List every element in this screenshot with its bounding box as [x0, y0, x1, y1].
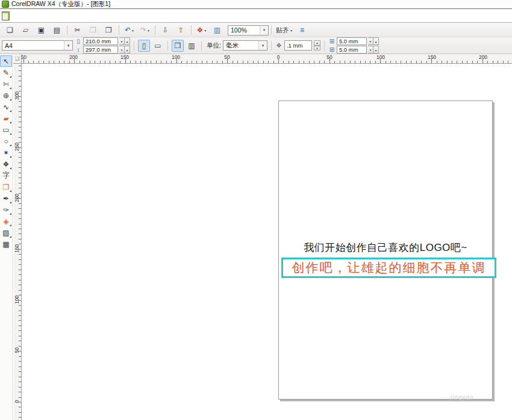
ruler-tick — [19, 259, 21, 260]
coreldraw-app-icon — [2, 1, 9, 8]
new-document-button[interactable]: ❏ — [2, 24, 17, 37]
ruler-tick — [115, 61, 116, 63]
copy-button[interactable]: ❐ — [86, 24, 101, 37]
ruler-tick — [136, 61, 136, 63]
cut-button[interactable]: ✂ — [70, 24, 85, 37]
vertical-ruler[interactable]: 300250200150100500 — [13, 64, 22, 420]
horizontal-ruler[interactable]: 25020015010050050100150200 — [22, 54, 512, 64]
ellipse-tool[interactable]: ○ — [0, 135, 12, 147]
interactive-fill-tool[interactable]: ▨ — [0, 227, 12, 238]
save-document-button[interactable]: ▣ — [34, 24, 49, 37]
smart-fill-tool[interactable]: ▰ — [0, 113, 12, 124]
application-launcher-icon: ❖ — [197, 26, 204, 34]
paper-width-field[interactable]: 210.0 mm — [83, 37, 118, 45]
zoom-level-combo[interactable]: 100%▾ — [228, 25, 269, 36]
ruler-tick — [243, 61, 243, 63]
ruler-tick — [19, 417, 21, 418]
paper-width-value: 210.0 mm — [86, 38, 111, 45]
current-page-layout-button[interactable]: ▥ — [186, 40, 198, 52]
fill-tool[interactable]: ◈ — [0, 215, 12, 227]
duplicate-distance-y-field[interactable]: 5.0 mm — [337, 46, 367, 54]
rectangle-tool-icon: ▭ — [2, 126, 9, 134]
freehand-tool[interactable]: ∿ — [0, 101, 12, 113]
ruler-tick — [19, 127, 21, 128]
rectangle-tool[interactable]: ▭ — [0, 124, 12, 135]
shape-tool[interactable]: ✎ — [0, 67, 12, 78]
open-document-button[interactable]: ▱ — [18, 24, 33, 37]
ruler-tick — [19, 264, 21, 265]
paper-height-spin-up[interactable]: ▴ — [125, 46, 130, 54]
paper-width-spin-down[interactable]: ▾ — [119, 37, 125, 45]
paper-height-field[interactable]: 297.0 mm — [83, 46, 118, 54]
ruler-tick — [19, 214, 21, 214]
dup-y-spin-down[interactable]: ▾ — [368, 46, 373, 54]
application-launcher-button[interactable]: ❖▾ — [194, 24, 209, 37]
landscape-button[interactable]: ▭ — [152, 40, 164, 52]
ruler-tick — [59, 61, 60, 63]
nudge-spin-down[interactable]: ▾ — [314, 46, 320, 51]
interactive-fill-tool-icon: ▨ — [2, 229, 9, 237]
nudge-offset-field[interactable]: .1 mm — [284, 40, 312, 51]
options-button[interactable]: ≡ — [295, 24, 310, 37]
ruler-tick — [19, 412, 21, 413]
dup-y-spin-up[interactable]: ▴ — [373, 46, 379, 54]
dup-x-spin-down[interactable]: ▾ — [368, 37, 373, 45]
ruler-tick — [19, 315, 21, 316]
canvas-area[interactable]: 我们开始创作自己喜欢的LOGO吧~ 创作吧，让雄起的细胞不再单调 jingyan — [22, 64, 512, 420]
ruler-tick — [146, 61, 146, 63]
paper-width-spin-up[interactable]: ▴ — [125, 37, 130, 45]
ruler-tick — [130, 61, 131, 63]
text-tool[interactable]: 字 — [0, 170, 12, 181]
outline-tool[interactable]: ✑ — [0, 204, 12, 215]
options-icon: ≡ — [300, 26, 304, 34]
ruler-tick — [19, 66, 21, 66]
units-combo[interactable]: 毫米 ▾ — [223, 40, 267, 51]
ruler-tick — [467, 61, 467, 63]
ruler-label: 200 — [67, 54, 80, 60]
ruler-tick — [248, 61, 248, 63]
ruler-tick — [19, 233, 21, 234]
nudge-spin-up[interactable]: ▴ — [314, 40, 320, 46]
ruler-tick — [386, 61, 386, 63]
paper-height-spin-down[interactable]: ▾ — [119, 46, 125, 54]
blend-tool[interactable]: ❐ — [0, 181, 12, 193]
undo-button[interactable]: ↶▾ — [122, 24, 137, 37]
ruler-tick — [350, 61, 351, 63]
ruler-tick — [19, 188, 21, 188]
all-pages-button[interactable]: ❐ — [172, 40, 184, 52]
eyedropper-tool[interactable]: ✒ — [0, 193, 12, 204]
import-button[interactable]: ⇩ — [158, 24, 173, 37]
paste-button[interactable]: ❒ — [101, 24, 116, 37]
ruler-tick — [355, 61, 355, 63]
snap-dropdown[interactable]: 贴齐▾ — [274, 24, 294, 37]
ruler-tick — [227, 59, 228, 63]
ruler-origin[interactable]: ❏ — [13, 54, 22, 64]
crop-tool[interactable]: ✄ — [0, 78, 12, 90]
paper-type-combo[interactable]: A4 ▾ — [2, 40, 73, 51]
ruler-tick — [19, 208, 21, 209]
ruler-tick — [19, 76, 21, 76]
propbar-separator — [271, 41, 272, 51]
toolbar-separator — [271, 25, 272, 35]
ruler-tick — [17, 351, 21, 351]
ruler-tick — [187, 61, 187, 63]
portrait-button[interactable]: ▯ — [138, 40, 150, 52]
basic-shapes-tool[interactable]: ❖ — [0, 158, 12, 170]
polygon-tool[interactable]: ✶ — [0, 147, 12, 158]
ruler-tick — [166, 61, 167, 63]
ruler-tick — [17, 198, 21, 199]
new-document-icon: ❏ — [7, 26, 13, 34]
welcome-screen-button[interactable]: ▥ — [210, 24, 225, 37]
pick-tool[interactable]: ↖ — [0, 55, 12, 67]
document-window-icon[interactable] — [2, 11, 10, 20]
redo-button[interactable]: ↷▾ — [137, 24, 152, 37]
ruler-tick — [334, 61, 335, 63]
zoom-tool[interactable]: ⊕ — [0, 90, 12, 101]
print-button[interactable]: ▤ — [49, 24, 64, 37]
ruler-tick — [19, 371, 21, 372]
ruler-tick — [329, 59, 330, 63]
duplicate-distance-x-field[interactable]: 5.0 mm — [337, 37, 367, 45]
dup-x-spin-up[interactable]: ▴ — [373, 37, 379, 45]
export-button[interactable]: ⇧ — [173, 24, 189, 37]
table-tool[interactable]: ▦ — [0, 238, 12, 250]
